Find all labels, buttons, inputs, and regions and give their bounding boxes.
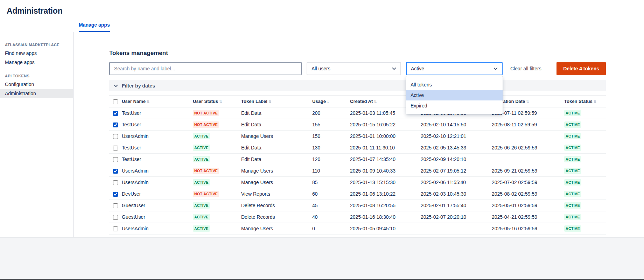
user-status-badge: NOT ACTIVE	[193, 168, 219, 174]
sidebar: ATLASSIAN MARKETPLACE Find new apps Mana…	[0, 32, 74, 237]
clear-filters-button[interactable]: Clear all filters	[510, 66, 541, 71]
cell-user-status: ACTIVE	[193, 142, 241, 153]
row-checkbox[interactable]	[113, 215, 118, 220]
cell-user-name: UsersAdmin	[122, 223, 193, 234]
cell-user-status: ACTIVE	[193, 153, 241, 165]
table-row: UsersAdmin ACTIVE Manage Users 85 2025-0…	[109, 176, 606, 188]
cell-usage: 200	[312, 107, 350, 119]
user-status-badge: ACTIVE	[193, 179, 210, 186]
select-all-checkbox[interactable]	[113, 99, 118, 104]
row-checkbox[interactable]	[113, 134, 118, 139]
cell-token-label: Delete Records	[241, 211, 312, 223]
cell-created-at: 2025-01-13 15:15:30	[350, 176, 421, 188]
cell-created-at: 2025-01-15 16:05:22	[350, 119, 421, 130]
cell-token-label: Edit Data	[241, 142, 312, 153]
cell-user-status: ACTIVE	[193, 130, 241, 142]
cell-last-used: 2025-02-05 13:45:33	[421, 142, 492, 153]
cell-user-status: NOT ACTIVE	[193, 188, 241, 200]
cell-last-used: 2025-02-01 17:55:40	[421, 200, 492, 211]
column-header-token-label[interactable]: Token Label⇅	[241, 96, 312, 107]
cell-created-at: 2025-01-01 10:00:00	[350, 130, 421, 142]
cell-created-at: 2025-01-07 14:35:40	[350, 153, 421, 165]
cell-user-name: GuestUser	[122, 211, 193, 223]
table-row: UsersAdmin ACTIVE Manage Users 150 2025-…	[109, 130, 606, 142]
row-checkbox[interactable]	[113, 180, 118, 185]
user-status-badge: ACTIVE	[193, 156, 210, 162]
column-header-user-name[interactable]: User Name⇅	[122, 96, 193, 107]
row-checkbox[interactable]	[113, 157, 118, 162]
token-status-badge: ACTIVE	[564, 145, 581, 151]
user-status-badge: ACTIVE	[193, 225, 210, 232]
cell-token-label: Delete Records	[241, 200, 312, 211]
cell-last-used: 2025-02-03 10:45:30	[421, 188, 492, 200]
user-filter-value: All users	[312, 66, 330, 71]
sort-icon: ⇅	[526, 100, 529, 104]
sidebar-item[interactable]: Administration	[0, 89, 73, 98]
column-header-usage[interactable]: Usage↓	[312, 96, 350, 107]
cell-created-at: 2025-01-11 11:30:10	[350, 142, 421, 153]
user-status-badge: ACTIVE	[193, 202, 210, 209]
column-header-token-status[interactable]: Token Status⇅	[564, 96, 606, 107]
chevron-down-icon	[493, 67, 498, 70]
token-status-badge: ACTIVE	[564, 179, 581, 186]
cell-last-used: 2025-02-07 20:20:10	[421, 211, 492, 223]
row-checkbox[interactable]	[113, 146, 118, 150]
row-checkbox[interactable]	[113, 192, 118, 197]
token-status-badge: ACTIVE	[564, 191, 581, 197]
token-status-badge: ACTIVE	[564, 225, 581, 232]
cell-expiration-date: 2025-05-16 02:59:59	[492, 223, 564, 234]
search-input[interactable]	[109, 62, 302, 75]
sort-icon: ⇅	[268, 100, 271, 104]
table-row: TestUser NOT ACTIVE Edit Data 155 2025-0…	[109, 119, 606, 130]
chevron-down-icon	[392, 67, 396, 70]
cell-expiration-date: 2025-07-02 02:59:59	[492, 176, 564, 188]
cell-token-status: ACTIVE	[564, 107, 606, 119]
cell-token-status: ACTIVE	[564, 165, 606, 176]
user-status-badge: ACTIVE	[193, 145, 210, 151]
filter-by-dates-label: Filter by dates	[122, 83, 155, 89]
cell-created-at: 2025-01-06 13:10:22	[350, 188, 421, 200]
sidebar-heading-api-tokens: API TOKENS	[0, 74, 73, 78]
main-content: Tokens management All users Active	[74, 32, 644, 237]
row-checkbox[interactable]	[113, 226, 118, 231]
cell-user-name: DevUser	[122, 188, 193, 200]
status-filter-select[interactable]: Active All tokens Active Expired	[406, 62, 503, 75]
sidebar-item[interactable]: Manage apps	[0, 58, 73, 67]
row-checkbox[interactable]	[113, 203, 118, 208]
row-checkbox[interactable]	[113, 111, 118, 116]
cell-user-status: ACTIVE	[193, 176, 241, 188]
user-status-badge: NOT ACTIVE	[193, 121, 219, 128]
column-header-expiration-date[interactable]: Expiration Date⇅	[492, 96, 564, 107]
user-filter-select[interactable]: All users	[307, 62, 401, 75]
row-checkbox[interactable]	[113, 122, 118, 127]
cell-user-status: ACTIVE	[193, 211, 241, 223]
sidebar-items-api-tokens: Configuration Administration	[0, 80, 73, 98]
cell-expiration-date: 2025-07-11 02:59:59	[492, 107, 564, 119]
status-filter-value: Active	[411, 66, 424, 71]
cell-token-label: Edit Data	[241, 119, 312, 130]
dropdown-option[interactable]: Expired	[406, 100, 503, 111]
dropdown-option[interactable]: All tokens	[406, 79, 503, 90]
sidebar-items-marketplace: Find new apps Manage apps	[0, 49, 73, 67]
filter-by-dates-toggle[interactable]: Filter by dates	[109, 80, 606, 91]
table-row: UsersAdmin ACTIVE Manage Users 0 2025-01…	[109, 223, 606, 234]
cell-user-status: NOT ACTIVE	[193, 119, 241, 130]
tokens-table: User Name⇅ User Status⇅ Token Label⇅ Usa…	[109, 95, 606, 246]
cell-expiration-date	[492, 153, 564, 165]
page-header: Administration Manage apps	[0, 0, 644, 32]
cell-expiration-date: 2025-04-21 02:59:59	[492, 211, 564, 223]
sidebar-item[interactable]: Configuration	[0, 80, 73, 89]
cell-usage: 40	[312, 211, 350, 223]
row-checkbox[interactable]	[113, 169, 118, 174]
column-header-user-status[interactable]: User Status⇅	[193, 96, 241, 107]
tab-manage-apps[interactable]: Manage apps	[79, 22, 110, 32]
cell-user-name: UsersAdmin	[122, 130, 193, 142]
cell-last-used: 2025-02-10 12:21:01	[421, 130, 492, 142]
delete-tokens-button[interactable]: Delete 4 tokens	[556, 62, 606, 75]
cell-usage: 155	[312, 119, 350, 130]
cell-token-status: ACTIVE	[564, 200, 606, 211]
sidebar-item[interactable]: Find new apps	[0, 49, 73, 58]
dropdown-option[interactable]: Active	[406, 90, 503, 100]
table-row: TestUser ACTIVE Edit Data 120 2025-01-07…	[109, 153, 606, 165]
cell-user-status: NOT ACTIVE	[193, 165, 241, 176]
